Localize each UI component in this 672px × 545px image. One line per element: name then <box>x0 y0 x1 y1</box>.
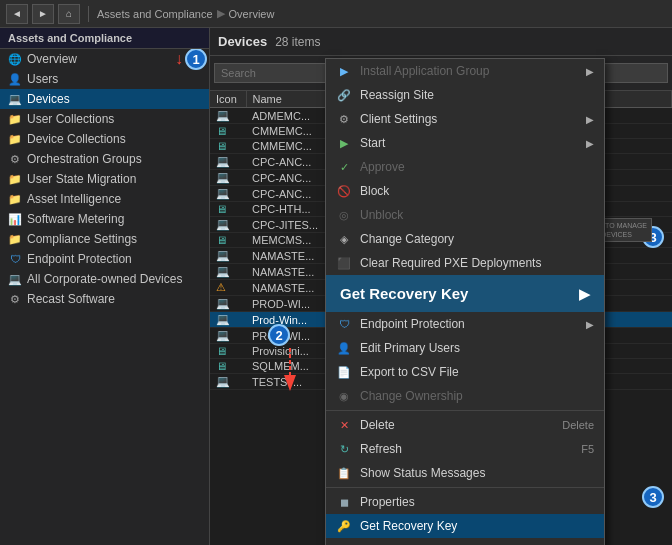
row-icon: 💻 <box>210 312 246 328</box>
device-icon: 💻 <box>216 375 230 387</box>
row-icon: 🖥 <box>210 344 246 359</box>
ctx-item-endpoint-protection[interactable]: 🛡 Endpoint Protection ▶ <box>326 312 604 336</box>
ctx-item-block[interactable]: 🚫 Block <box>326 179 604 203</box>
folder-icon: 📁 <box>8 192 22 206</box>
device-icon: 💻 <box>216 249 230 261</box>
ctx-item-right-click-tools[interactable]: ▶ Right Click Tools ▶ <box>326 538 604 545</box>
row-icon: 💻 <box>210 328 246 344</box>
ctx-item-delete[interactable]: ✕ Delete Delete <box>326 413 604 437</box>
computer-icon: 💻 <box>8 92 22 106</box>
ctx-arrow: ▶ <box>586 66 594 77</box>
row-icon: 💻 <box>210 170 246 186</box>
ctx-item-label: Unblock <box>360 208 403 222</box>
content-title: Devices <box>218 34 267 49</box>
ctx-item-label: Properties <box>360 495 415 509</box>
cog-icon: ⚙ <box>336 111 352 127</box>
sidebar-item-user-collections[interactable]: 📁 User Collections <box>0 109 209 129</box>
device-icon: 💻 <box>216 187 230 199</box>
globe-icon: 🌐 <box>8 52 22 66</box>
context-menu: ▶ Install Application Group ▶ 🔗 Reassign… <box>325 58 605 545</box>
sidebar-item-users[interactable]: 👤 Users <box>0 69 209 89</box>
ctx-item-label: Reassign Site <box>360 88 434 102</box>
gear-icon: ⚙ <box>8 152 22 166</box>
content-area: Devices 28 items Icon Name 💻 ADMEMC... <box>210 28 672 545</box>
ctx-item-export-csv[interactable]: 📄 Export to CSV File <box>326 360 604 384</box>
device-icon: 🖥 <box>216 140 227 152</box>
install-app-icon: ▶ <box>336 63 352 79</box>
ctx-item-unblock: ◎ Unblock <box>326 203 604 227</box>
sidebar-item-orchestration-groups[interactable]: ⚙ Orchestration Groups <box>0 149 209 169</box>
device-icon: 🖥 <box>216 345 227 357</box>
sidebar-item-corporate-devices[interactable]: 💻 All Corporate-owned Devices <box>0 269 209 289</box>
device-icon: 🖥 <box>216 234 227 246</box>
chart-icon: 📊 <box>8 212 22 226</box>
check-icon: ✓ <box>336 159 352 175</box>
ctx-item-edit-primary-users[interactable]: 👤 Edit Primary Users <box>326 336 604 360</box>
ctx-item-get-recovery-key-sub[interactable]: 🔑 Get Recovery Key <box>326 514 604 538</box>
device-icon: 🖥 <box>216 125 227 137</box>
sidebar-item-endpoint-protection[interactable]: 🛡 Endpoint Protection <box>0 249 209 269</box>
unblock-icon: ◎ <box>336 207 352 223</box>
row-icon: 🖥 <box>210 139 246 154</box>
ctx-item-label: Refresh <box>360 442 402 456</box>
folder-icon: 📁 <box>8 232 22 246</box>
ctx-item-label: Approve <box>360 160 405 174</box>
ctx-item-label: Change Category <box>360 232 454 246</box>
ctx-item-install-app[interactable]: ▶ Install Application Group ▶ <box>326 59 604 83</box>
back-button[interactable]: ◄ <box>6 4 28 24</box>
ctx-item-label: Export to CSV File <box>360 365 459 379</box>
device-icon: 🖥 <box>216 360 227 372</box>
row-icon: 🖥 <box>210 233 246 248</box>
home-button[interactable]: ⌂ <box>58 4 80 24</box>
sidebar-item-user-state-migration[interactable]: 📁 User State Migration <box>0 169 209 189</box>
row-icon: 🖥 <box>210 202 246 217</box>
ctx-item-change-category[interactable]: ◈ Change Category <box>326 227 604 251</box>
forward-button[interactable]: ► <box>32 4 54 24</box>
ctx-item-label: Edit Primary Users <box>360 341 460 355</box>
folder-icon: 📁 <box>8 132 22 146</box>
annotation-badge-1: 1 <box>185 49 207 70</box>
key-icon: 🔑 <box>336 518 352 534</box>
ctx-item-start[interactable]: ▶ Start ▶ <box>326 131 604 155</box>
ctx-separator <box>326 487 604 488</box>
ctx-item-show-status[interactable]: 📋 Show Status Messages <box>326 461 604 485</box>
sidebar-item-compliance-settings[interactable]: 📁 Compliance Settings <box>0 229 209 249</box>
sidebar-item-label: User Collections <box>27 112 114 126</box>
breadcrumb: Assets and Compliance ▶ Overview <box>97 7 274 20</box>
ctx-item-reassign-site[interactable]: 🔗 Reassign Site <box>326 83 604 107</box>
sidebar-item-label: Devices <box>27 92 70 106</box>
sidebar-item-recast-software[interactable]: ⚙ Recast Software <box>0 289 209 309</box>
sidebar-item-devices[interactable]: 💻 Devices <box>0 89 209 109</box>
ctx-item-label: Get Recovery Key <box>360 519 457 533</box>
ctx-arrow: ▶ <box>586 114 594 125</box>
block-icon: 🚫 <box>336 183 352 199</box>
device-icon: 💻 <box>216 329 230 341</box>
ctx-item-clear-pxe[interactable]: ⬛ Clear Required PXE Deployments <box>326 251 604 275</box>
ctx-item-client-settings[interactable]: ⚙ Client Settings ▶ <box>326 107 604 131</box>
folder-icon: 📁 <box>8 112 22 126</box>
breadcrumb-item[interactable]: Assets and Compliance <box>97 8 213 20</box>
sidebar-item-label: Users <box>27 72 58 86</box>
ctx-item-refresh[interactable]: ↻ Refresh F5 <box>326 437 604 461</box>
sidebar-item-label: Device Collections <box>27 132 126 146</box>
content-header: Devices 28 items <box>210 28 672 56</box>
sidebar-item-asset-intelligence[interactable]: 📁 Asset Intelligence <box>0 189 209 209</box>
row-icon: 💻 <box>210 217 246 233</box>
main-layout: Assets and Compliance 🌐 Overview ↓ 1 👤 U… <box>0 28 672 545</box>
sidebar-item-overview[interactable]: 🌐 Overview ↓ 1 <box>0 49 209 69</box>
folder-icon: 📁 <box>8 172 22 186</box>
ctx-item-get-recovery-key-big[interactable]: Get Recovery Key ▶ <box>326 275 604 312</box>
device-icon: 💻 <box>216 265 230 277</box>
breadcrumb-item[interactable]: Overview <box>229 8 275 20</box>
reassign-icon: 🔗 <box>336 87 352 103</box>
device-icon: 💻 <box>216 313 230 325</box>
sidebar-item-software-metering[interactable]: 📊 Software Metering <box>0 209 209 229</box>
sidebar-item-device-collections[interactable]: 📁 Device Collections <box>0 129 209 149</box>
row-icon: 🖥 <box>210 359 246 374</box>
ctx-item-big-label: Get Recovery Key <box>340 285 468 302</box>
sidebar-item-label: Endpoint Protection <box>27 252 132 266</box>
device-icon: 💻 <box>216 155 230 167</box>
sidebar-item-label: Asset Intelligence <box>27 192 121 206</box>
recast-icon: ⚙ <box>8 292 22 306</box>
ctx-item-properties[interactable]: ◼ Properties <box>326 490 604 514</box>
